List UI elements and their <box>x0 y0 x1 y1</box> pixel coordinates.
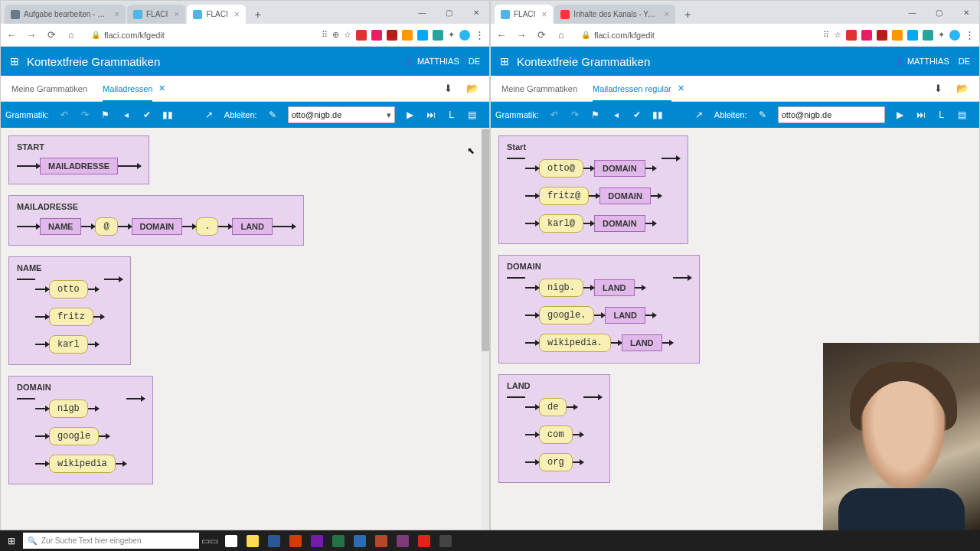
nav-forward[interactable]: → <box>515 29 528 41</box>
wand-icon[interactable]: ✎ <box>757 109 768 120</box>
tab-my-grammars[interactable]: Meine Grammatiken <box>11 84 87 93</box>
tab-close-icon[interactable]: ✕ <box>158 83 165 93</box>
terminal-token[interactable]: karl <box>49 335 88 354</box>
ext-icon[interactable] <box>371 30 382 41</box>
nonterminal-token[interactable]: NAME <box>40 218 81 235</box>
tab-close-icon[interactable]: × <box>174 9 179 20</box>
ext-icon[interactable] <box>907 30 918 41</box>
window-close[interactable]: ✕ <box>462 1 489 24</box>
external-link-icon[interactable]: ↗ <box>204 109 214 120</box>
window-max[interactable]: ▢ <box>926 1 952 24</box>
task-view-icon[interactable]: ▭▭ <box>201 532 219 550</box>
taskbar-app-icon[interactable] <box>222 532 240 550</box>
apps-grid-icon[interactable]: ⊞ <box>10 55 19 67</box>
list-icon[interactable]: ▤ <box>957 109 968 120</box>
ext-icon[interactable] <box>417 30 428 41</box>
terminal-token[interactable]: @ <box>95 217 117 236</box>
terminal-token[interactable]: nigb. <box>539 279 583 297</box>
derive-input[interactable]: otto@nigb.de <box>778 106 885 123</box>
puzzle-icon[interactable]: ✦ <box>938 30 945 40</box>
play-icon[interactable]: ▶ <box>895 109 906 120</box>
zoom-icon[interactable]: ⊕ <box>332 30 339 40</box>
undo-icon[interactable]: ↶ <box>549 109 560 120</box>
tab-close-icon[interactable]: × <box>664 9 669 20</box>
tab-close-icon[interactable]: × <box>114 9 119 20</box>
terminal-token[interactable]: org <box>539 453 573 471</box>
window-min[interactable]: — <box>409 1 436 24</box>
taskbar-app-icon[interactable] <box>308 532 326 550</box>
terminal-token[interactable]: fritz <box>49 308 93 326</box>
window-close[interactable]: ✕ <box>952 1 979 24</box>
url-field[interactable]: 🔒flaci.com/kfgedit <box>581 31 655 40</box>
chart-icon[interactable]: ▮▮ <box>652 109 663 120</box>
translate-icon[interactable]: ⠿ <box>823 30 829 40</box>
nonterminal-token[interactable]: DOMAIN <box>594 160 645 177</box>
wand-icon[interactable]: ✎ <box>267 109 278 120</box>
play-icon[interactable]: ▶ <box>405 109 416 120</box>
taskbar-app-icon[interactable] <box>436 532 455 550</box>
star-icon[interactable]: ☆ <box>344 30 351 40</box>
ext-icon[interactable] <box>402 30 413 41</box>
terminal-token[interactable]: otto <box>49 280 88 298</box>
ext-icon[interactable] <box>923 30 933 41</box>
url-field[interactable]: 🔒flaci.com/kfgedit <box>91 31 165 40</box>
terminal-token[interactable]: nigb <box>49 399 88 418</box>
L-button[interactable]: L <box>446 109 457 120</box>
taskbar-app-icon[interactable] <box>394 532 412 550</box>
terminal-token[interactable]: . <box>196 217 218 236</box>
tab-mailadressen-regular[interactable]: Mailadressen regulär <box>593 84 671 102</box>
tab-close-icon[interactable]: × <box>234 9 240 20</box>
nonterminal-token[interactable]: LAND <box>605 307 645 324</box>
taskbar-app-icon[interactable] <box>329 532 348 550</box>
taskbar-app-icon[interactable] <box>372 532 390 550</box>
ext-icon[interactable] <box>356 30 367 41</box>
nonterminal-token[interactable]: LAND <box>232 218 273 235</box>
lang-switch[interactable]: DE <box>469 57 480 66</box>
terminal-token[interactable]: com <box>539 425 573 444</box>
terminal-token[interactable]: otto@ <box>539 159 583 178</box>
browser-tab[interactable]: FLACI× <box>187 5 245 24</box>
folder-open-icon[interactable]: 📂 <box>466 83 479 94</box>
apps-grid-icon[interactable]: ⊞ <box>500 55 509 67</box>
chart-icon[interactable]: ▮▮ <box>162 109 173 120</box>
nav-home[interactable]: ⌂ <box>555 29 567 41</box>
skip-icon[interactable]: ⏭ <box>426 109 436 120</box>
nav-home[interactable]: ⌂ <box>65 29 77 41</box>
terminal-token[interactable]: de <box>539 398 567 416</box>
nonterminal-token[interactable]: MAILADRESSE <box>40 158 118 174</box>
taskbar-app-icon[interactable] <box>351 532 369 550</box>
nav-reload[interactable]: ⟳ <box>45 29 57 41</box>
taskbar-app-icon[interactable] <box>243 532 262 550</box>
nav-back[interactable]: ← <box>495 29 508 41</box>
browser-tab[interactable]: Aufgabe bearbeiten - Verwalte× <box>5 5 126 24</box>
nonterminal-token[interactable]: LAND <box>622 334 662 351</box>
user-icon[interactable]: 👤 MATTHIAS <box>894 57 949 67</box>
puzzle-icon[interactable]: ✦ <box>448 30 455 40</box>
profile-icon[interactable] <box>459 30 470 41</box>
nonterminal-token[interactable]: DOMAIN <box>132 218 183 235</box>
browser-tab[interactable]: FLACI× <box>127 5 185 24</box>
tab-mailadressen[interactable]: Mailadressen <box>103 84 152 102</box>
nonterminal-token[interactable]: LAND <box>594 279 635 296</box>
download-icon[interactable]: ⬇ <box>934 83 942 94</box>
ext-icon[interactable] <box>433 30 443 41</box>
ext-icon[interactable] <box>877 30 887 41</box>
nav-back[interactable]: ← <box>5 29 18 41</box>
taskbar-search[interactable]: 🔍 Zur Suche Text hier eingeben <box>23 533 199 549</box>
browser-tab[interactable]: Inhalte des Kanals - YouTube St× <box>554 5 675 24</box>
ext-icon[interactable] <box>861 30 872 41</box>
profile-icon[interactable] <box>949 30 960 41</box>
external-link-icon[interactable]: ↗ <box>694 109 704 120</box>
step-back-icon[interactable]: ◂ <box>121 109 132 120</box>
flag-icon[interactable]: ⚑ <box>100 109 111 120</box>
translate-icon[interactable]: ⠿ <box>322 30 328 40</box>
terminal-token[interactable]: google <box>49 427 99 445</box>
download-icon[interactable]: ⬇ <box>444 83 452 94</box>
star-icon[interactable]: ☆ <box>834 30 841 40</box>
nav-forward[interactable]: → <box>25 29 38 41</box>
user-icon[interactable]: 👤 MATTHIAS <box>404 57 459 67</box>
taskbar-app-icon[interactable] <box>286 532 305 550</box>
tab-close-icon[interactable]: × <box>541 9 547 20</box>
taskbar-app-icon[interactable] <box>265 532 283 550</box>
derive-select[interactable]: otto@nigb.de <box>288 106 395 123</box>
